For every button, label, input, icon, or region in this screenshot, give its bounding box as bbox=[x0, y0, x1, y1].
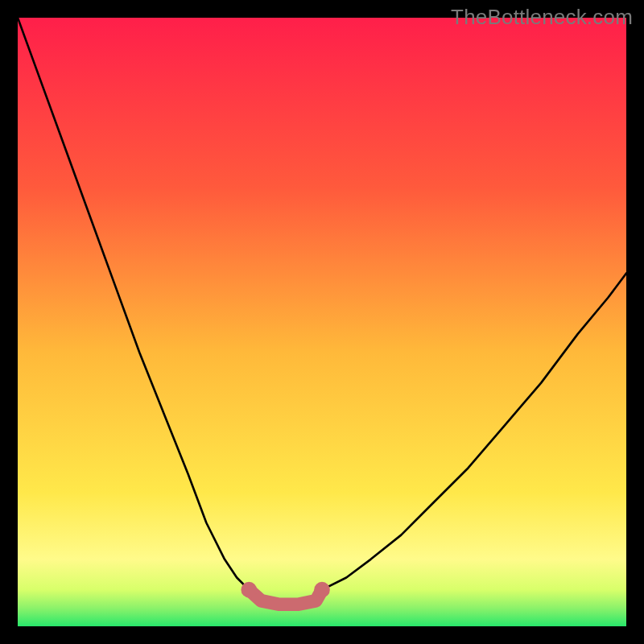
chart-frame: TheBottleneck.com bbox=[0, 0, 644, 644]
optimal-range-dot-left bbox=[241, 582, 257, 598]
optimal-range-dot-right bbox=[314, 582, 330, 598]
bottleneck-chart bbox=[18, 18, 626, 626]
gradient-background bbox=[18, 18, 626, 626]
watermark-text: TheBottleneck.com bbox=[451, 5, 633, 30]
